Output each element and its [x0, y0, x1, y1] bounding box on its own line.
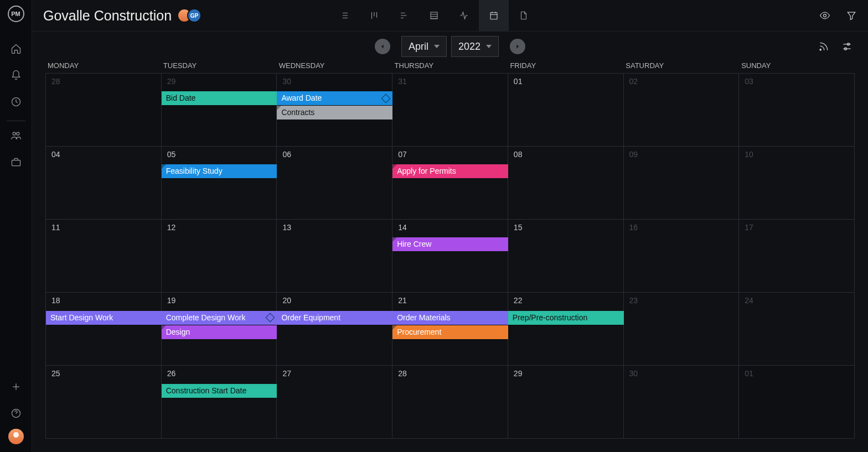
month-label: April — [409, 41, 428, 53]
event-bar[interactable]: Design — [162, 325, 277, 339]
file-view-tab[interactable] — [509, 0, 539, 32]
calendar-wrap: MONDAYTUESDAYWEDNESDAYTHURSDAYFRIDAYSATU… — [32, 61, 868, 452]
calendar-cell[interactable]: 16 — [624, 220, 740, 293]
header: Govalle Construction GP — [32, 0, 868, 32]
bell-icon[interactable] — [5, 64, 27, 86]
help-icon[interactable] — [5, 402, 27, 424]
calendar-cell[interactable]: 28 — [46, 74, 162, 147]
eye-icon[interactable] — [819, 10, 830, 21]
calendar-cell[interactable]: 31 — [392, 74, 508, 147]
svg-point-1 — [13, 132, 16, 135]
svg-point-2 — [16, 132, 19, 135]
feed-icon[interactable] — [818, 41, 829, 52]
calendar-cell[interactable]: 15 — [508, 220, 624, 293]
user-avatar[interactable] — [8, 429, 24, 444]
event-bar[interactable]: Hire Crew — [392, 237, 508, 251]
event-bar[interactable]: Order Materials — [392, 311, 508, 325]
calendar-cell[interactable]: 26 — [162, 366, 277, 439]
calendar-cell[interactable]: 02 — [624, 74, 740, 147]
calendar-view-tab[interactable] — [479, 0, 509, 32]
briefcase-icon[interactable] — [5, 151, 27, 173]
event-bar[interactable]: Contracts — [277, 106, 392, 120]
day-number: 24 — [745, 296, 753, 305]
project-title: Govalle Construction — [43, 8, 172, 24]
sheet-view-tab[interactable] — [419, 0, 449, 32]
calendar-cell[interactable]: 27 — [277, 366, 392, 439]
activity-view-tab[interactable] — [449, 0, 479, 32]
weekday-label: THURSDAY — [392, 61, 508, 70]
calendar-cell[interactable]: 12 — [162, 220, 277, 293]
calendar-cell[interactable]: 30 — [624, 366, 740, 439]
calendar-cell[interactable]: 23 — [624, 293, 740, 366]
nav-separator — [7, 121, 25, 121]
project-avatars[interactable]: GP — [182, 8, 202, 23]
day-number: 17 — [745, 223, 753, 232]
calendar-cell[interactable]: 28 — [392, 366, 508, 439]
plus-icon[interactable] — [5, 376, 27, 398]
event-bar[interactable]: Complete Design Work — [162, 311, 277, 325]
filter-icon[interactable] — [846, 10, 857, 21]
year-select[interactable]: 2022 — [451, 36, 499, 57]
day-number: 13 — [282, 223, 291, 232]
calendar-cell[interactable]: 01 — [508, 74, 624, 147]
clock-icon[interactable] — [5, 91, 27, 113]
avatar-2[interactable]: GP — [187, 8, 202, 23]
header-right — [819, 10, 857, 21]
chevron-down-icon — [486, 45, 492, 48]
weekday-label: WEDNESDAY — [277, 61, 392, 70]
day-number: 21 — [398, 296, 407, 305]
event-bar[interactable]: Feasibility Study — [162, 164, 277, 178]
event-bar[interactable]: Start Design Work — [46, 311, 162, 325]
event-bar[interactable]: Procurement — [392, 325, 508, 339]
event-bar[interactable]: Award Date — [277, 91, 392, 105]
calendar-cell[interactable]: 06 — [277, 147, 392, 220]
calendar-cell[interactable]: 04 — [46, 147, 162, 220]
calendar-cell[interactable]: 29 — [162, 74, 277, 147]
people-icon[interactable] — [5, 124, 27, 147]
month-select[interactable]: April — [401, 36, 447, 57]
calendar-cell[interactable]: 29 — [508, 366, 624, 439]
calendar-cell[interactable]: 05 — [162, 147, 277, 220]
calendar-cell[interactable]: 24 — [739, 293, 855, 366]
calendar-cell[interactable]: 07 — [392, 147, 508, 220]
calendar-cell[interactable]: 20 — [277, 293, 392, 366]
day-number: 18 — [51, 296, 60, 305]
calendar-cell[interactable]: 11 — [46, 220, 162, 293]
svg-rect-5 — [431, 12, 437, 19]
board-view-tab[interactable] — [359, 0, 389, 32]
calendar-cell[interactable]: 18 — [46, 293, 162, 366]
day-number: 26 — [167, 369, 176, 378]
day-number: 14 — [398, 223, 407, 232]
calendar-cell[interactable]: 17 — [739, 220, 855, 293]
day-number: 20 — [282, 296, 291, 305]
calendar-cell[interactable]: 13 — [277, 220, 392, 293]
calendar-cell[interactable]: 10 — [739, 147, 855, 220]
settings-sliders-icon[interactable] — [841, 41, 852, 52]
event-bar[interactable]: Bid Date — [162, 91, 277, 105]
prev-month-button[interactable] — [375, 39, 390, 54]
event-bar[interactable]: Order Equipment — [277, 311, 392, 325]
calendar-cell[interactable]: 08 — [508, 147, 624, 220]
event-bar[interactable]: Prep/Pre-construction — [508, 311, 624, 325]
day-number: 03 — [745, 77, 753, 86]
calendar-cell[interactable]: 22 — [508, 293, 624, 366]
calendar-cell[interactable]: 09 — [624, 147, 740, 220]
svg-point-8 — [820, 49, 822, 51]
chevron-down-icon — [434, 45, 440, 48]
event-bar[interactable]: Apply for Permits — [392, 164, 508, 178]
day-number: 09 — [629, 150, 638, 159]
calendar-cell[interactable]: 25 — [46, 366, 162, 439]
calendar-cell[interactable]: 03 — [739, 74, 855, 147]
app-logo[interactable]: PM — [8, 6, 24, 22]
day-number: 07 — [398, 150, 407, 159]
next-month-button[interactable] — [510, 39, 525, 54]
weekday-label: MONDAY — [45, 61, 161, 70]
calendar-cell[interactable]: 01 — [739, 366, 855, 439]
event-bar[interactable]: Construction Start Date — [162, 384, 277, 398]
weekday-label: SUNDAY — [739, 61, 855, 70]
calendar-cell[interactable]: 14 — [392, 220, 508, 293]
home-icon[interactable] — [5, 38, 27, 60]
list-view-tab[interactable] — [329, 0, 359, 32]
main-area: Govalle Construction GP April 2022 — [32, 0, 868, 452]
gantt-view-tab[interactable] — [389, 0, 419, 32]
